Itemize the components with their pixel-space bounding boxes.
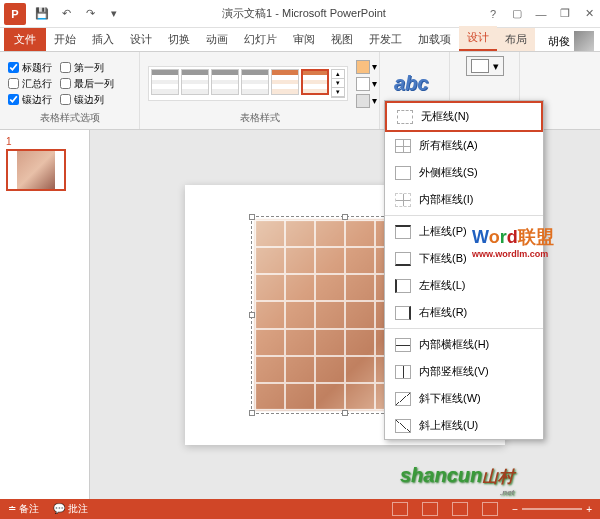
style-thumb[interactable]	[151, 69, 179, 95]
left-border-icon	[395, 279, 411, 293]
separator	[385, 328, 543, 329]
menu-inside-h-border[interactable]: 内部横框线(H)	[385, 331, 543, 358]
cb-banded-col[interactable]: 镶边列	[60, 93, 114, 107]
style-thumb[interactable]	[241, 69, 269, 95]
group-style-options: 标题行 第一列 汇总行 最后一列 镶边行 镶边列 表格样式选项	[0, 52, 140, 129]
style-gallery[interactable]: ▴▾▾	[148, 66, 348, 101]
slide-thumbnail[interactable]	[6, 149, 66, 191]
tab-developer[interactable]: 开发工	[361, 28, 410, 51]
thumbnail-number: 1	[6, 136, 83, 147]
outside-borders-icon	[395, 166, 411, 180]
menu-diag-up-border[interactable]: 斜上框线(U)	[385, 412, 543, 439]
style-thumb-selected[interactable]	[301, 69, 329, 95]
top-border-icon	[395, 225, 411, 239]
gallery-scroll[interactable]: ▴▾▾	[331, 69, 345, 98]
shading-button[interactable]: ▾	[354, 59, 379, 75]
right-border-icon	[395, 306, 411, 320]
cb-header-row[interactable]: 标题行	[8, 61, 52, 75]
minimize-icon[interactable]: —	[534, 7, 548, 21]
menu-inside-v-border[interactable]: 内部竖框线(V)	[385, 358, 543, 385]
effects-button[interactable]: ▾	[354, 93, 379, 109]
ribbon-tabs: 文件 开始 插入 设计 切换 动画 幻灯片 审阅 视图 开发工 加载项 设计 布…	[0, 28, 600, 52]
tab-insert[interactable]: 插入	[84, 28, 122, 51]
menu-all-borders[interactable]: 所有框线(A)	[385, 132, 543, 159]
cb-banded-row[interactable]: 镶边行	[8, 93, 52, 107]
cb-total-row[interactable]: 汇总行	[8, 77, 52, 91]
tab-addins[interactable]: 加载项	[410, 28, 459, 51]
tab-design[interactable]: 设计	[122, 28, 160, 51]
diag-up-icon	[395, 419, 411, 433]
user-account[interactable]: 胡俊	[548, 31, 600, 51]
save-icon[interactable]: 💾	[34, 6, 50, 22]
status-bar: ≐ 备注 💬 批注 − +	[0, 499, 600, 519]
group-label: 表格样式	[148, 111, 371, 125]
no-border-icon	[397, 110, 413, 124]
help-icon[interactable]: ?	[486, 7, 500, 21]
group-table-styles: ▴▾▾ ▾ ▾ ▾ 表格样式	[140, 52, 380, 129]
watermark-wordlm: Word联盟 www.wordlm.com	[472, 225, 554, 259]
diag-down-icon	[395, 392, 411, 406]
ribbon-toggle-icon[interactable]: ▢	[510, 7, 524, 21]
inside-h-border-icon	[395, 338, 411, 352]
resize-handle[interactable]	[249, 214, 255, 220]
resize-handle[interactable]	[342, 214, 348, 220]
border-dropdown-menu: 无框线(N) 所有框线(A) 外侧框线(S) 内部框线(I) 上框线(P) 下框…	[384, 100, 544, 440]
user-name: 胡俊	[548, 34, 570, 49]
view-reading-icon[interactable]	[452, 502, 468, 516]
notes-button[interactable]: ≐ 备注	[8, 502, 39, 516]
qat-more-icon[interactable]: ▾	[106, 6, 122, 22]
avatar	[574, 31, 594, 51]
menu-outside-borders[interactable]: 外侧框线(S)	[385, 159, 543, 186]
tab-home[interactable]: 开始	[46, 28, 84, 51]
resize-handle[interactable]	[249, 410, 255, 416]
window-controls: ? ▢ — ❐ ✕	[486, 7, 596, 21]
separator	[385, 215, 543, 216]
style-thumb[interactable]	[211, 69, 239, 95]
tab-animations[interactable]: 动画	[198, 28, 236, 51]
redo-icon[interactable]: ↷	[82, 6, 98, 22]
tab-review[interactable]: 审阅	[285, 28, 323, 51]
pen-style-button[interactable]: ▾	[466, 56, 504, 76]
inside-v-border-icon	[395, 365, 411, 379]
wordart-icon: abc	[394, 72, 428, 95]
view-normal-icon[interactable]	[392, 502, 408, 516]
cb-last-col[interactable]: 最后一列	[60, 77, 114, 91]
inside-borders-icon	[395, 193, 411, 207]
thumbnail-image	[17, 151, 55, 189]
zoom-slider[interactable]	[522, 508, 582, 510]
undo-icon[interactable]: ↶	[58, 6, 74, 22]
tab-table-design[interactable]: 设计	[459, 26, 497, 51]
zoom-control[interactable]: − +	[512, 504, 592, 515]
borders-button[interactable]: ▾	[354, 76, 379, 92]
menu-diag-down-border[interactable]: 斜下框线(W)	[385, 385, 543, 412]
tab-transitions[interactable]: 切换	[160, 28, 198, 51]
menu-right-border[interactable]: 右框线(R)	[385, 299, 543, 326]
tab-slideshow[interactable]: 幻灯片	[236, 28, 285, 51]
zoom-out-icon[interactable]: −	[512, 504, 518, 515]
comments-button[interactable]: 💬 批注	[53, 502, 88, 516]
title-bar: P 💾 ↶ ↷ ▾ 演示文稿1 - Microsoft PowerPoint ?…	[0, 0, 600, 28]
tab-view[interactable]: 视图	[323, 28, 361, 51]
group-label: 表格样式选项	[8, 111, 131, 125]
restore-icon[interactable]: ❐	[558, 7, 572, 21]
app-icon: P	[4, 3, 26, 25]
zoom-in-icon[interactable]: +	[586, 504, 592, 515]
tab-layout[interactable]: 布局	[497, 28, 535, 51]
wordart-button[interactable]: abc	[388, 70, 434, 97]
view-slideshow-icon[interactable]	[482, 502, 498, 516]
menu-no-border[interactable]: 无框线(N)	[385, 101, 543, 132]
close-icon[interactable]: ✕	[582, 7, 596, 21]
style-thumb[interactable]	[271, 69, 299, 95]
resize-handle[interactable]	[342, 410, 348, 416]
tab-file[interactable]: 文件	[4, 28, 46, 51]
menu-left-border[interactable]: 左框线(L)	[385, 272, 543, 299]
view-sorter-icon[interactable]	[422, 502, 438, 516]
watermark-url: www.wordlm.com	[472, 249, 554, 259]
window-title: 演示文稿1 - Microsoft PowerPoint	[122, 6, 486, 21]
style-thumb[interactable]	[181, 69, 209, 95]
cb-first-col[interactable]: 第一列	[60, 61, 114, 75]
quick-access-toolbar: 💾 ↶ ↷ ▾	[34, 6, 122, 22]
resize-handle[interactable]	[249, 312, 255, 318]
watermark-shancun: shancun山村 .net	[400, 464, 514, 497]
menu-inside-borders[interactable]: 内部框线(I)	[385, 186, 543, 213]
